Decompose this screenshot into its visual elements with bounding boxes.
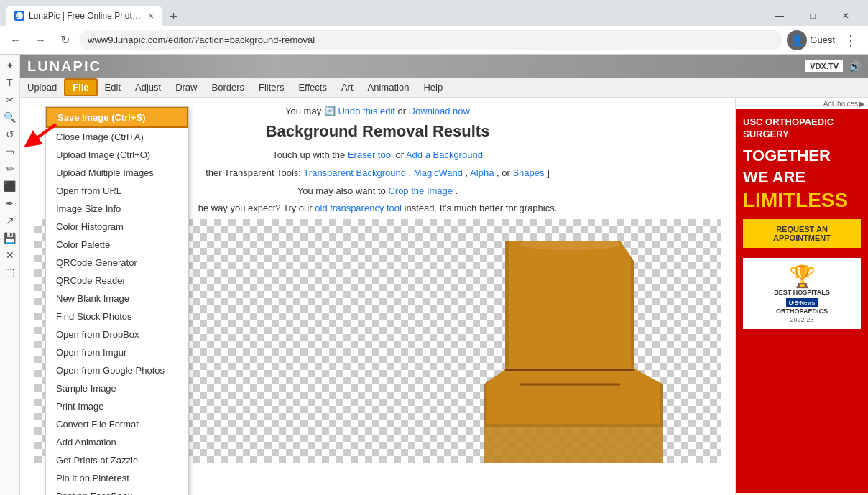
tool-text[interactable]: T bbox=[2, 75, 18, 91]
comma1: , bbox=[409, 167, 414, 178]
tool-arrow[interactable]: ↗ bbox=[2, 213, 18, 228]
menu-file[interactable]: File bbox=[64, 78, 97, 96]
file-dropdown: Save Image (Ctrl+S) Close Image (Ctrl+A)… bbox=[45, 106, 189, 495]
menu-help[interactable]: Help bbox=[416, 80, 450, 95]
tool-scissors[interactable]: ✂ bbox=[2, 92, 18, 108]
tool-layers[interactable]: ⬚ bbox=[2, 264, 18, 280]
browser-tab[interactable]: L LunaPic | Free Online Photo E... × bbox=[6, 6, 162, 26]
dropdown-zazzle[interactable]: Get Prints at Zazzle bbox=[46, 451, 188, 469]
dropdown-imgur-open[interactable]: Open from Imgur bbox=[46, 343, 188, 361]
ad-award: 🏆 BEST HOSPITALS U·S·News ORTHOPAEDICS 2… bbox=[743, 258, 861, 329]
minimize-button[interactable]: — bbox=[763, 6, 796, 26]
window-controls: — □ ✕ bbox=[763, 6, 862, 26]
ad-title: USC ORTHOPAEDIC SURGERY bbox=[743, 116, 861, 141]
maximize-button[interactable]: □ bbox=[796, 6, 829, 26]
menu-edit[interactable]: Edit bbox=[98, 80, 128, 95]
tab-favicon: L bbox=[14, 11, 24, 21]
tool-rectangle[interactable]: ▭ bbox=[2, 144, 18, 159]
tool-fill[interactable]: ⬛ bbox=[2, 178, 18, 194]
menu-filters[interactable]: Filters bbox=[251, 80, 291, 95]
tool-rotate[interactable]: ↺ bbox=[2, 126, 18, 142]
tool-pencil[interactable]: ✏ bbox=[2, 161, 18, 177]
desc4-end: instead. It's much better for graphics. bbox=[405, 203, 558, 213]
refresh-button[interactable]: ↻ bbox=[55, 30, 75, 50]
dropdown-convert[interactable]: Convert File Format bbox=[46, 415, 188, 433]
address-bar: ← → ↻ 👤 Guest ⋮ bbox=[0, 26, 868, 55]
tab-close-button[interactable]: × bbox=[148, 10, 154, 22]
close-button[interactable]: ✕ bbox=[829, 6, 862, 26]
menu-art[interactable]: Art bbox=[334, 80, 361, 95]
menu-animation[interactable]: Animation bbox=[361, 80, 417, 95]
dropdown-qrcode-reader[interactable]: QRCode Reader bbox=[46, 272, 188, 290]
eraser-tool-link[interactable]: Eraser tool bbox=[348, 149, 393, 160]
tool-pen[interactable]: ✒ bbox=[2, 195, 18, 211]
desc1-text: Touch up with the bbox=[272, 149, 348, 160]
keck-medicine-text: Keck Medicine bbox=[743, 333, 861, 344]
dropdown-save-image[interactable]: Save Image (Ctrl+S) bbox=[46, 107, 188, 128]
dropdown-close-image[interactable]: Close Image (Ctrl+A) bbox=[46, 128, 188, 146]
menu-draw[interactable]: Draw bbox=[168, 80, 204, 95]
dropdown-animation[interactable]: Add Animation bbox=[46, 433, 188, 451]
dropdown-color-histogram[interactable]: Color Histogram bbox=[46, 218, 188, 236]
shapes-link[interactable]: Shapes bbox=[512, 167, 544, 178]
dropdown-new-blank[interactable]: New Blank Image bbox=[46, 290, 188, 307]
profile-label: Guest bbox=[810, 34, 835, 45]
dropdown-dropbox[interactable]: Open from DropBox bbox=[46, 325, 188, 343]
menu-upload[interactable]: Upload bbox=[20, 80, 64, 95]
undo-text: You may bbox=[285, 106, 324, 116]
back-button[interactable]: ← bbox=[6, 30, 26, 50]
crop-link[interactable]: Crop the Image bbox=[388, 185, 453, 196]
dropdown-open-url[interactable]: Open from URL bbox=[46, 182, 188, 200]
new-tab-button[interactable]: + bbox=[165, 8, 182, 26]
dropdown-google-photos[interactable]: Open from Google Photos bbox=[46, 361, 188, 379]
period: . bbox=[456, 185, 458, 196]
tool-magic[interactable]: ✦ bbox=[2, 57, 18, 73]
ad-choices-bar: AdChoices ▶ bbox=[736, 98, 868, 109]
profile-icon: 👤 bbox=[787, 30, 807, 50]
address-input[interactable] bbox=[79, 30, 782, 50]
or2-text: or bbox=[395, 149, 405, 160]
ad-cta-button[interactable]: REQUEST AN APPOINTMENT bbox=[743, 219, 861, 248]
dropdown-print[interactable]: Print Image bbox=[46, 397, 188, 415]
old-tool-link[interactable]: old transparency tool bbox=[315, 203, 402, 213]
tool-zoom[interactable]: 🔍 bbox=[2, 109, 18, 125]
ad-sidebar: AdChoices ▶ USC ORTHOPAEDIC SURGERY TOGE… bbox=[735, 98, 868, 495]
menu-effects[interactable]: Effects bbox=[291, 80, 334, 95]
profile-area[interactable]: 👤 Guest bbox=[787, 30, 835, 50]
dropdown-qrcode-gen[interactable]: QRCode Generator bbox=[46, 254, 188, 272]
bracket: ] bbox=[547, 167, 550, 178]
download-link[interactable]: Download now bbox=[409, 106, 470, 116]
undo-link[interactable]: 🔄 Undo this edit bbox=[324, 106, 395, 116]
tool-save[interactable]: 💾 bbox=[2, 230, 18, 246]
svg-line-5 bbox=[31, 124, 56, 142]
sound-icon[interactable]: 🔊 bbox=[849, 60, 861, 72]
transparent-bg-link[interactable]: Transparent Background bbox=[303, 167, 406, 178]
ad-subtitle-1: TOGETHER bbox=[743, 147, 861, 165]
add-background-link[interactable]: Add a Background bbox=[406, 149, 483, 160]
svg-text:L: L bbox=[17, 13, 20, 19]
or-text: or bbox=[398, 106, 409, 116]
dropdown-upload-multiple[interactable]: Upload Multiple Images bbox=[46, 164, 188, 182]
dropdown-facebook[interactable]: Post on FaceBook bbox=[46, 487, 188, 495]
dropdown-pinterest[interactable]: Pin it on Pinterest bbox=[46, 469, 188, 487]
dropdown-upload-image[interactable]: Upload Image (Ctrl+O) bbox=[46, 146, 188, 164]
alpha-link[interactable]: Alpha bbox=[470, 167, 494, 178]
dropdown-sample-image[interactable]: Sample Image bbox=[46, 379, 188, 397]
menu-adjust[interactable]: Adjust bbox=[128, 80, 168, 95]
dropdown-image-size[interactable]: Image Size Info bbox=[46, 200, 188, 218]
ad-box[interactable]: USC ORTHOPAEDIC SURGERY TOGETHER WE ARE … bbox=[736, 109, 868, 493]
ad-subtitle-2: WE ARE bbox=[743, 168, 861, 187]
logo-right: VDX.TV 🔊 bbox=[805, 60, 861, 72]
also-text: You may also want to bbox=[297, 185, 389, 196]
tool-close[interactable]: ✕ bbox=[2, 247, 18, 263]
magic-wand-link[interactable]: MagicWand bbox=[414, 167, 463, 178]
forward-button[interactable]: → bbox=[30, 30, 50, 50]
dropdown-color-palette[interactable]: Color Palette bbox=[46, 236, 188, 254]
vdx-badge: VDX.TV bbox=[805, 60, 843, 72]
dropdown-stock-photos[interactable]: Find Stock Photos bbox=[46, 307, 188, 325]
left-toolbar: ✦ T ✂ 🔍 ↺ ▭ ✏ ⬛ ✒ ↗ 💾 ✕ ⬚ bbox=[0, 55, 20, 495]
comma3: , or bbox=[497, 167, 512, 178]
menu-borders[interactable]: Borders bbox=[205, 80, 252, 95]
ad-highlight: LIMITLESS bbox=[743, 190, 861, 211]
more-options-button[interactable]: ⋮ bbox=[839, 30, 862, 50]
